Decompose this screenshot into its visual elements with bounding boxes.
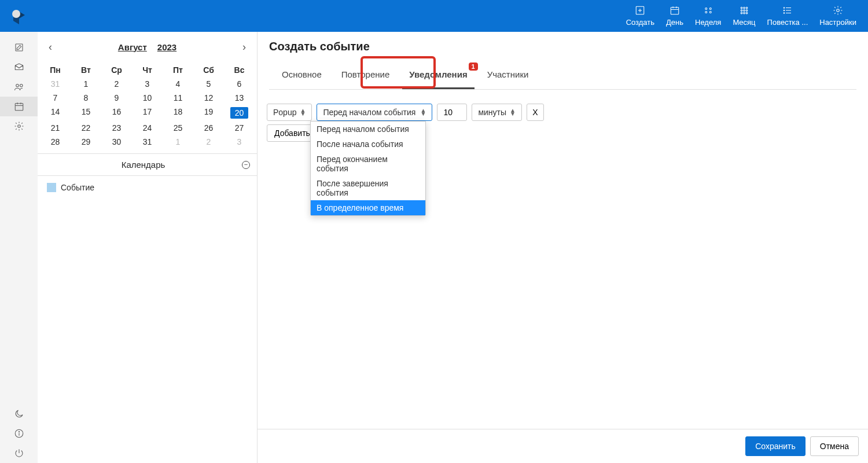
svg-rect-6 [671, 8, 679, 14]
rail-power[interactable] [0, 443, 38, 463]
rail-settings[interactable] [0, 116, 38, 136]
plus-square-icon [635, 5, 645, 16]
notification-type-select[interactable]: Popup ▲▼ [267, 104, 312, 121]
day-cell[interactable]: 23 [101, 121, 132, 135]
day-cell[interactable]: 2 [193, 135, 224, 149]
day-cell[interactable]: 12 [193, 91, 224, 105]
svg-point-17 [741, 10, 742, 12]
month-label[interactable]: Август [118, 42, 147, 52]
day-cell[interactable]: 5 [193, 77, 224, 91]
day-cell[interactable]: 3 [224, 135, 255, 149]
updown-icon: ▲▼ [420, 109, 426, 116]
cancel-label: Отмена [820, 442, 849, 451]
list-icon [782, 5, 793, 16]
day-cell[interactable]: 16 [101, 105, 132, 121]
tab-Основное[interactable]: Основное [275, 65, 329, 89]
day-cell[interactable]: 28 [40, 135, 71, 149]
day-cell[interactable]: 1 [71, 77, 101, 91]
day-cell[interactable]: 7 [40, 91, 71, 105]
svg-point-10 [705, 8, 707, 10]
day-cell[interactable]: 22 [71, 121, 101, 135]
day-cell[interactable]: 26 [193, 121, 224, 135]
day-cell[interactable]: 21 [40, 121, 71, 135]
dropdown-option[interactable]: Перед началом события [311, 122, 425, 137]
day-label: День [666, 18, 683, 27]
dow-cell: Чт [132, 63, 163, 77]
settings-button[interactable]: Настройки [815, 3, 861, 29]
day-cell[interactable]: 4 [163, 77, 193, 91]
day-cell[interactable]: 8 [71, 91, 101, 105]
tab-Повторение[interactable]: Повторение [334, 65, 397, 89]
calendar-list-item[interactable]: Событие [43, 181, 251, 194]
day-cell[interactable]: 11 [163, 91, 193, 105]
month-icon [739, 5, 749, 16]
tab-Уведомления[interactable]: Уведомления1 [402, 65, 474, 89]
rail-theme[interactable] [0, 404, 38, 424]
dow-cell: Пт [163, 63, 193, 77]
week-icon [703, 5, 713, 16]
save-button[interactable]: Сохранить [745, 436, 806, 456]
day-cell[interactable]: 29 [71, 135, 101, 149]
dow-cell: Пн [40, 63, 71, 77]
dow-cell: Вт [71, 63, 101, 77]
day-cell[interactable]: 9 [101, 91, 132, 105]
dropdown-option[interactable]: В определенное время [311, 200, 425, 215]
calendar-section-title: Календарь [45, 160, 242, 170]
day-cell[interactable]: 3 [132, 77, 163, 91]
day-cell[interactable]: 30 [101, 135, 132, 149]
dropdown-option[interactable]: Перед окончанием события [311, 152, 425, 176]
day-cell[interactable]: 10 [132, 91, 163, 105]
next-month-button[interactable]: › [237, 40, 251, 54]
day-cell[interactable]: 19 [193, 105, 224, 121]
day-button[interactable]: День [661, 3, 688, 29]
envelope-icon [14, 62, 24, 72]
updown-icon: ▲▼ [510, 109, 516, 116]
agenda-button[interactable]: Повестка ... [763, 3, 813, 29]
day-cell[interactable]: 20 [224, 105, 255, 121]
rail-calendar[interactable] [0, 97, 38, 116]
rail-mail[interactable] [0, 57, 38, 77]
remove-notification-button[interactable]: X [527, 104, 544, 121]
rail-compose[interactable] [0, 38, 38, 57]
month-button[interactable]: Месяц [728, 3, 760, 29]
day-cell[interactable]: 27 [224, 121, 255, 135]
dropdown-option[interactable]: После начала события [311, 137, 425, 152]
day-cell[interactable]: 31 [132, 135, 163, 149]
dow-cell: Вс [224, 63, 255, 77]
collapse-icon[interactable]: − [242, 161, 250, 169]
create-button[interactable]: Создать [621, 3, 659, 29]
rail-info[interactable] [0, 424, 38, 443]
svg-point-31 [16, 84, 19, 87]
rail-contacts[interactable] [0, 77, 38, 97]
gear-icon [14, 121, 24, 131]
svg-point-21 [744, 12, 745, 14]
day-cell[interactable]: 24 [132, 121, 163, 135]
svg-point-32 [20, 84, 23, 87]
notification-unit-select[interactable]: минуты ▲▼ [472, 104, 522, 121]
type-value: Popup [273, 108, 296, 117]
day-cell[interactable]: 18 [163, 105, 193, 121]
settings-label: Настройки [819, 18, 856, 27]
year-label[interactable]: 2023 [157, 42, 176, 52]
dropdown-option[interactable]: После завершения события [311, 176, 425, 200]
tab-Участники[interactable]: Участники [480, 65, 536, 89]
agenda-label: Повестка ... [767, 18, 808, 27]
prev-month-button[interactable]: ‹ [43, 40, 57, 54]
day-cell[interactable]: 15 [71, 105, 101, 121]
cancel-button[interactable]: Отмена [810, 436, 859, 456]
day-cell[interactable]: 17 [132, 105, 163, 121]
value-field[interactable] [443, 108, 461, 117]
color-swatch [47, 183, 56, 192]
gear-icon [833, 5, 843, 16]
day-cell[interactable]: 1 [163, 135, 193, 149]
notification-value-input[interactable] [437, 104, 467, 121]
week-button[interactable]: Неделя [690, 3, 726, 29]
day-cell[interactable]: 14 [40, 105, 71, 121]
day-cell[interactable]: 13 [224, 91, 255, 105]
day-cell[interactable]: 31 [40, 77, 71, 91]
day-cell[interactable]: 25 [163, 121, 193, 135]
day-cell[interactable]: 2 [101, 77, 132, 91]
notification-when-select[interactable]: Перед началом события ▲▼ [317, 104, 432, 121]
dow-cell: Ср [101, 63, 132, 77]
day-cell[interactable]: 6 [224, 77, 255, 91]
